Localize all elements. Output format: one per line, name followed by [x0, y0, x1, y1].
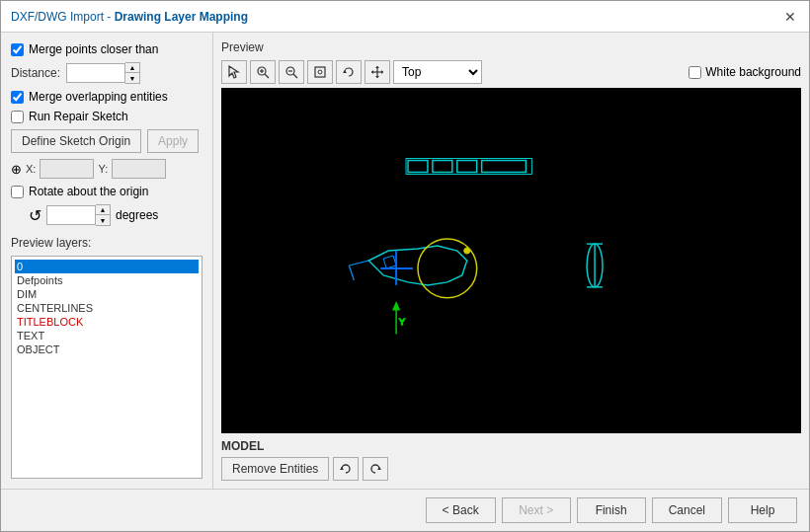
zoom-in-button[interactable]: [250, 60, 276, 84]
cursor-icon: [227, 65, 241, 79]
zoom-out-icon: [284, 65, 298, 79]
pan-icon: [370, 65, 384, 79]
content-area: Merge points closer than Distance: 0.001…: [1, 33, 809, 489]
svg-marker-13: [375, 66, 379, 68]
layer-item[interactable]: TEXT: [15, 329, 199, 342]
svg-line-23: [349, 261, 368, 266]
x-icon: ⊕: [11, 162, 22, 177]
white-bg-label: White background: [705, 65, 801, 79]
layer-item[interactable]: OBJECT: [15, 342, 199, 356]
undo-icon: [339, 462, 353, 476]
layer-item[interactable]: TITLEBLOCK: [15, 315, 199, 329]
next-button[interactable]: Next >: [502, 497, 571, 523]
redo-button[interactable]: [363, 457, 388, 481]
preview-label: Preview: [221, 40, 801, 54]
view-select[interactable]: Top Front Right Isometric: [393, 60, 482, 84]
distance-label: Distance:: [11, 66, 60, 80]
layer-item[interactable]: DIM: [15, 287, 199, 301]
svg-text:Y: Y: [399, 317, 405, 327]
svg-rect-18: [433, 161, 452, 173]
title-bar: DXF/DWG Import - Drawing Layer Mapping ✕: [1, 1, 809, 33]
model-buttons: Remove Entities: [221, 457, 801, 481]
svg-marker-16: [381, 70, 383, 74]
degrees-spin-up[interactable]: ▲: [96, 205, 110, 215]
title-prefix: DXF/DWG Import -: [11, 10, 115, 24]
rotate-view-icon: [342, 65, 356, 79]
main-window: DXF/DWG Import - Drawing Layer Mapping ✕…: [0, 0, 810, 532]
redo-icon: [368, 462, 382, 476]
cancel-button[interactable]: Cancel: [652, 497, 722, 523]
rotate-icon: ↺: [29, 206, 41, 225]
run-repair-label: Run Repair Sketch: [29, 110, 128, 123]
window-title: DXF/DWG Import - Drawing Layer Mapping: [11, 10, 248, 24]
finish-button[interactable]: Finish: [577, 497, 646, 523]
apply-button[interactable]: Apply: [147, 129, 199, 153]
white-bg-row: White background: [688, 65, 801, 79]
close-button[interactable]: ✕: [781, 8, 799, 26]
merge-points-label: Merge points closer than: [29, 42, 158, 56]
svg-point-34: [464, 248, 470, 254]
rotate-view-button[interactable]: [336, 60, 362, 84]
svg-line-24: [349, 266, 354, 280]
distance-spinner: 0.001 ▲ ▼: [66, 62, 140, 84]
remove-entities-button[interactable]: Remove Entities: [221, 457, 329, 481]
svg-marker-0: [229, 66, 238, 78]
distance-spin-up[interactable]: ▲: [125, 63, 139, 73]
layer-item[interactable]: Defpoints: [15, 273, 199, 287]
zoom-fit-icon: [313, 65, 327, 79]
preview-svg: Y: [221, 88, 801, 433]
layers-list[interactable]: 0DefpointsDIMCENTERLINESTITLEBLOCKTEXTOB…: [11, 256, 202, 479]
merge-overlapping-checkbox[interactable]: [11, 91, 24, 104]
layer-item[interactable]: CENTERLINES: [15, 301, 199, 315]
merge-points-row: Merge points closer than: [11, 42, 202, 56]
svg-line-2: [265, 74, 269, 78]
merge-overlapping-row: Merge overlapping entities: [11, 90, 202, 104]
y-label: Y:: [98, 163, 108, 175]
model-label: MODEL: [221, 439, 801, 453]
svg-rect-8: [315, 67, 325, 77]
sketch-origin-row: Define Sketch Origin Apply: [11, 129, 202, 153]
rotate-checkbox[interactable]: [11, 186, 24, 198]
degrees-input[interactable]: 0: [46, 205, 96, 225]
svg-marker-32: [393, 303, 399, 310]
merge-points-checkbox[interactable]: [11, 43, 24, 56]
preview-canvas: Y: [221, 88, 801, 433]
undo-button[interactable]: [333, 457, 359, 481]
footer: < Back Next > Finish Cancel Help: [1, 489, 809, 531]
white-bg-checkbox[interactable]: [688, 66, 701, 79]
degrees-spin-buttons: ▲ ▼: [96, 204, 111, 226]
svg-marker-14: [375, 76, 379, 78]
svg-rect-17: [408, 161, 428, 173]
right-panel: Preview: [213, 33, 809, 489]
left-panel: Merge points closer than Distance: 0.001…: [1, 33, 213, 489]
cursor-button[interactable]: [221, 60, 247, 84]
pan-button[interactable]: [364, 60, 390, 84]
svg-marker-15: [371, 70, 373, 74]
distance-spin-buttons: ▲ ▼: [125, 62, 140, 84]
x-label: X:: [26, 163, 36, 175]
zoom-out-button[interactable]: [279, 60, 304, 84]
x-input[interactable]: 0.00: [40, 159, 94, 179]
back-button[interactable]: < Back: [426, 497, 496, 523]
svg-point-9: [318, 70, 322, 74]
title-main: Drawing Layer Mapping: [115, 10, 248, 24]
svg-rect-20: [482, 161, 526, 173]
distance-row: Distance: 0.001 ▲ ▼: [11, 62, 202, 84]
zoom-fit-button[interactable]: [307, 60, 333, 84]
distance-input[interactable]: 0.001: [66, 63, 125, 83]
svg-marker-35: [340, 467, 344, 470]
preview-layers-label: Preview layers:: [11, 236, 202, 250]
degrees-spin-down[interactable]: ▼: [96, 215, 110, 225]
coord-row: ⊕ X: 0.00 Y: 0.00: [11, 159, 202, 179]
define-sketch-button[interactable]: Define Sketch Origin: [11, 129, 141, 153]
distance-spin-down[interactable]: ▼: [125, 73, 139, 83]
degrees-spinner: 0 ▲ ▼: [46, 204, 111, 226]
rotate-label: Rotate about the origin: [29, 185, 148, 198]
run-repair-checkbox[interactable]: [11, 111, 24, 123]
y-input[interactable]: 0.00: [112, 159, 166, 179]
help-button[interactable]: Help: [728, 497, 797, 523]
svg-rect-19: [457, 161, 477, 173]
layer-item[interactable]: 0: [15, 260, 199, 273]
svg-marker-10: [343, 70, 347, 73]
svg-marker-36: [377, 467, 381, 470]
